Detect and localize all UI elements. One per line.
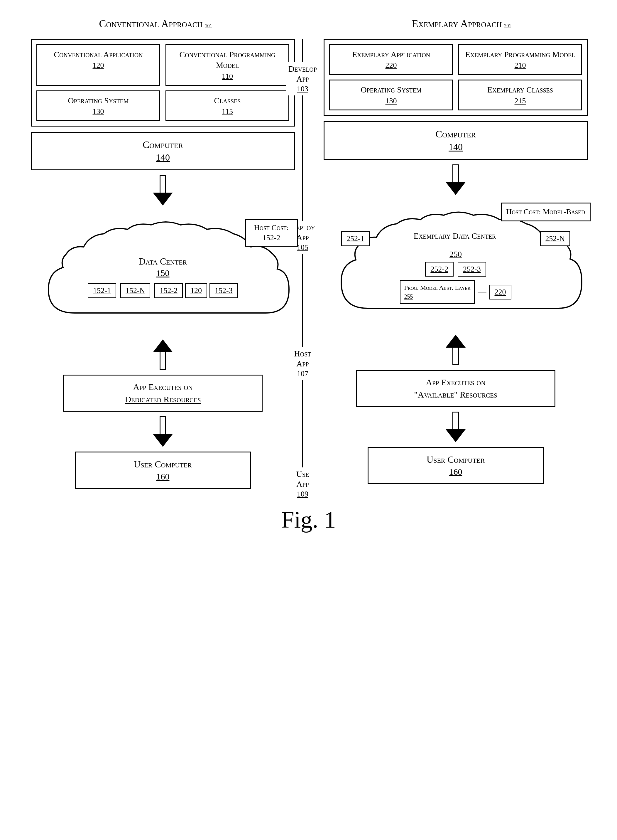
left-conv-app-box: Conventional Application 120 bbox=[36, 44, 160, 86]
left-arrow-shaft-up-1 bbox=[159, 352, 166, 370]
right-classes-label: Exemplary Classes bbox=[487, 85, 553, 94]
left-host-cost-label: Host Cost: bbox=[251, 223, 292, 232]
left-conv-prog-num: 110 bbox=[170, 72, 285, 81]
right-prog-model-num: 255 bbox=[404, 293, 470, 300]
right-heading-num: 201 bbox=[504, 23, 511, 28]
right-arrow-up-1 bbox=[447, 335, 465, 365]
left-user-num: 160 bbox=[87, 472, 238, 482]
main-container: Conventional Approach 101 Exemplary Appr… bbox=[24, 18, 593, 533]
right-node-252-3: 252-3 bbox=[458, 262, 486, 277]
stage-host-text: HostApp107 bbox=[294, 349, 311, 378]
left-outer-inner2: Operating System 130 Classes 115 bbox=[36, 90, 289, 121]
left-arrow-up-1 bbox=[154, 339, 172, 370]
right-ex-prog-box: Exemplary Programming Model 210 bbox=[458, 44, 582, 75]
right-cloud-mid-row: 252-2 252-3 bbox=[425, 262, 486, 277]
left-app-node-120: 120 bbox=[185, 283, 207, 298]
right-host-cost-label: Host Cost: Model-Based bbox=[506, 207, 585, 217]
left-os-num: 130 bbox=[41, 107, 156, 116]
left-conv-prog-label: Conventional Programming Model bbox=[180, 50, 276, 70]
right-arrow-head-2 bbox=[446, 429, 466, 442]
left-column: Conventional Application 120 Conventiona… bbox=[24, 39, 302, 489]
left-heading-text: Conventional Approach bbox=[99, 18, 203, 30]
right-ex-app-box: Exemplary Application 220 bbox=[329, 44, 453, 75]
right-heading-text: Exemplary Approach bbox=[412, 18, 502, 30]
left-os-label: Operating System bbox=[68, 96, 128, 105]
right-os-label: Operating System bbox=[360, 85, 421, 94]
right-outer-inner: Exemplary Application 220 Exemplary Prog… bbox=[329, 44, 582, 75]
left-heading-num: 101 bbox=[205, 23, 212, 28]
right-arrow-head-up-1 bbox=[446, 335, 466, 348]
right-ex-prog-num: 210 bbox=[463, 61, 578, 70]
left-cloud-title: Data Center bbox=[139, 256, 187, 267]
left-arrow-down-1 bbox=[154, 175, 172, 206]
right-arrow-down-2 bbox=[447, 412, 465, 442]
left-node-152-3: 152-3 bbox=[210, 283, 238, 298]
left-computer-box: Computer 140 bbox=[31, 132, 295, 170]
left-arrow-head-up-1 bbox=[153, 339, 173, 352]
left-computer-label: Computer bbox=[143, 139, 183, 150]
right-prog-model-box: Prog. Model Abst. Layer 255 bbox=[400, 280, 474, 304]
right-computer-label: Computer bbox=[435, 129, 475, 139]
left-classes-label: Classes bbox=[214, 96, 241, 105]
left-os-box: Operating System 130 bbox=[36, 90, 160, 121]
right-outer-box: Exemplary Application 220 Exemplary Prog… bbox=[323, 39, 587, 116]
right-ex-prog-label: Exemplary Programming Model bbox=[465, 50, 575, 59]
left-classes-box: Classes 115 bbox=[165, 90, 289, 121]
diagram-area: Conventional Application 120 Conventiona… bbox=[24, 39, 593, 489]
right-cloud-container: Host Cost: Model-Based 252-1 Exemplary D… bbox=[323, 200, 587, 330]
left-cloud-nodes: 152-1 152-N 152-2 120 152-3 bbox=[88, 283, 238, 298]
right-os-num: 130 bbox=[334, 97, 449, 105]
left-outer-inner: Conventional Application 120 Conventiona… bbox=[36, 44, 289, 86]
right-user-computer-box: User Computer 160 bbox=[368, 447, 544, 484]
right-ex-app-label: Exemplary Application bbox=[352, 50, 430, 59]
left-conv-app-label: Conventional Application bbox=[54, 50, 143, 59]
left-arrow-head-1 bbox=[153, 192, 173, 206]
right-app-node-220: 220 bbox=[489, 285, 511, 299]
stage-develop: DevelopApp103 bbox=[286, 62, 319, 95]
right-heading: Exemplary Approach 201 bbox=[329, 18, 593, 30]
left-cloud-container: Host Cost: 152-2 Data Center 150 152-1 1… bbox=[31, 210, 295, 335]
page: Conventional Approach 101 Exemplary Appr… bbox=[0, 0, 617, 840]
left-computer-num: 140 bbox=[43, 152, 282, 163]
left-user-label: User Computer bbox=[134, 459, 192, 469]
left-outer-box: Conventional Application 120 Conventiona… bbox=[31, 39, 295, 127]
right-app-executes-box: App Executes on "Available" Resources bbox=[356, 370, 555, 407]
left-cloud-num: 150 bbox=[156, 268, 170, 278]
left-host-cost-value: 152-2 bbox=[251, 234, 292, 242]
left-user-computer-box: User Computer 160 bbox=[75, 451, 251, 489]
right-column: Exemplary Application 220 Exemplary Prog… bbox=[303, 39, 593, 489]
right-classes-num: 215 bbox=[463, 97, 578, 105]
right-arrow-shaft-2 bbox=[452, 412, 459, 429]
left-app-executes-line1: App Executes on bbox=[133, 382, 192, 392]
right-classes-box: Exemplary Classes 215 bbox=[458, 80, 582, 110]
stage-develop-text: DevelopApp103 bbox=[288, 64, 317, 93]
stage-use-text: UseApp109 bbox=[296, 469, 309, 498]
right-app-executes-line1: App Executes on bbox=[426, 377, 485, 387]
right-prog-model-label: Prog. Model Abst. Layer bbox=[404, 284, 470, 291]
top-headings: Conventional Approach 101 Exemplary Appr… bbox=[24, 18, 593, 30]
left-app-executes-box: App Executes on Dedicated Resources bbox=[63, 375, 263, 412]
right-arrow-down-1 bbox=[447, 164, 465, 195]
right-prog-model-row: Prog. Model Abst. Layer 255 220 bbox=[400, 280, 511, 304]
center-divider: DevelopApp103 DeployApp105 HostApp107 Us… bbox=[302, 39, 303, 489]
left-node-152-N: 152-N bbox=[120, 283, 150, 298]
right-node-252-1: 252-1 bbox=[341, 231, 370, 246]
right-computer-box: Computer 140 bbox=[323, 121, 587, 160]
right-arrow-shaft-1 bbox=[452, 164, 459, 182]
left-arrow-down-2 bbox=[154, 416, 172, 447]
left-node-row2: 152-2 120 152-3 bbox=[154, 283, 238, 298]
left-node-152-2: 152-2 bbox=[154, 283, 183, 298]
right-arrow-head-1 bbox=[446, 182, 466, 195]
right-cloud-title-text: Exemplary Data Center bbox=[374, 231, 536, 246]
right-cloud-top-row: 252-1 Exemplary Data Center 252-N bbox=[341, 231, 570, 246]
left-arrow-head-2 bbox=[153, 434, 173, 447]
left-heading: Conventional Approach 101 bbox=[24, 18, 288, 30]
right-os-box: Operating System 130 bbox=[329, 80, 453, 110]
right-node-252-2: 252-2 bbox=[425, 262, 453, 277]
right-arrow-shaft-up-1 bbox=[452, 348, 459, 365]
right-node-252-N: 252-N bbox=[540, 231, 570, 246]
fig-caption: Fig. 1 bbox=[281, 506, 336, 533]
left-arrow-shaft-2 bbox=[159, 416, 166, 434]
left-conv-app-num: 120 bbox=[41, 61, 156, 70]
right-outer-inner2: Operating System 130 Exemplary Classes 2… bbox=[329, 80, 582, 110]
